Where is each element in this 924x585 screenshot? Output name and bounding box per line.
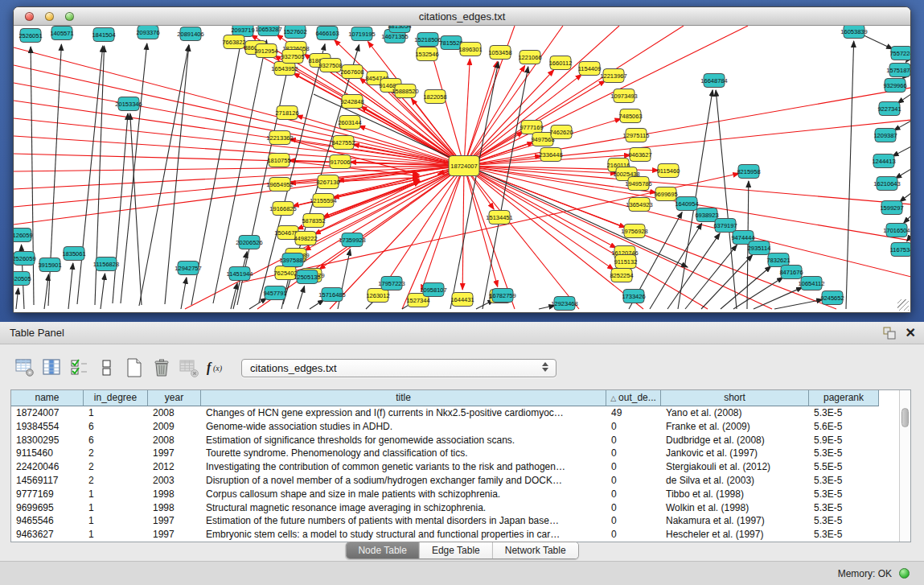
table-row[interactable]: 946554611997Estimation of the future num… <box>11 514 910 528</box>
graph-node[interactable]: 6466163 <box>315 27 339 40</box>
cell-title[interactable]: Estimation of the future numbers of pati… <box>201 514 606 528</box>
cell-short[interactable]: Yano et al. (2008) <box>661 406 809 420</box>
graph-node[interactable]: 12975115 <box>623 129 650 142</box>
cell-short[interactable]: Tibbo et al. (1998) <box>661 488 809 501</box>
show-hide-columns-icon[interactable] <box>39 355 66 381</box>
graph-node[interactable]: 1167534 <box>890 243 910 257</box>
cell-out_de[interactable]: 0 <box>606 474 661 488</box>
cell-pagerank[interactable]: 5.3E-5 <box>809 474 879 488</box>
graph-node[interactable]: 1810755 <box>267 154 290 167</box>
graph-node[interactable]: 13975887 <box>279 253 306 267</box>
column-header-pagerank[interactable]: pagerank <box>809 390 879 406</box>
graph-node[interactable]: 1644431 <box>450 293 474 307</box>
cell-in_degree[interactable]: 6 <box>84 434 148 447</box>
cell-in_degree[interactable]: 1 <box>84 528 148 542</box>
column-header-name[interactable]: name <box>11 390 84 406</box>
graph-node[interactable]: 8267130 <box>316 175 339 189</box>
graph-node[interactable]: 9115132 <box>614 255 638 269</box>
graph-node[interactable]: 7557224 <box>889 47 910 60</box>
cell-title[interactable]: Investigating the contribution of common… <box>201 460 606 474</box>
graph-node[interactable]: 2718126 <box>275 106 298 120</box>
cell-short[interactable]: Wolkin et al. (1998) <box>661 501 809 515</box>
cell-year[interactable]: 2009 <box>148 420 201 434</box>
graph-node[interactable]: 19654952 <box>266 178 293 192</box>
cell-name[interactable]: 18300295 <box>11 434 84 447</box>
graph-node[interactable]: 9699695 <box>654 187 677 201</box>
graph-node[interactable]: 12155594 <box>310 194 336 208</box>
cell-out_de[interactable]: 0 <box>606 501 661 515</box>
cell-pagerank[interactable]: 5.5E-5 <box>809 460 879 474</box>
column-header-title[interactable]: title <box>201 390 606 406</box>
tab-node-table[interactable]: Node Table <box>346 542 419 558</box>
cell-year[interactable]: 1997 <box>148 447 201 460</box>
graph-node[interactable]: 1244413 <box>872 154 895 168</box>
graph-node[interactable]: 9227341 <box>877 102 901 116</box>
graph-node[interactable]: 15888520 <box>392 84 418 98</box>
graph-node[interactable]: 16053839 <box>840 26 867 39</box>
cell-year[interactable]: 2012 <box>148 460 201 474</box>
graph-node[interactable]: 10719195 <box>348 27 375 41</box>
cell-pagerank[interactable]: 5.3E-5 <box>809 447 879 460</box>
graph-node[interactable]: 9327505 <box>281 50 304 64</box>
delete-table-icon[interactable] <box>175 355 203 381</box>
cell-out_de[interactable]: 0 <box>606 460 661 474</box>
cell-year[interactable]: 2008 <box>148 406 201 420</box>
graph-node[interactable]: 2526059 <box>14 252 36 266</box>
graph-node[interactable]: 11451944 <box>227 267 253 281</box>
graph-node[interactable]: 16782759 <box>489 289 515 303</box>
graph-node[interactable]: 10973493 <box>610 89 637 103</box>
table-row[interactable]: 911546021997Tourette syndrome. Phenomeno… <box>11 447 910 460</box>
graph-node[interactable]: 2667608 <box>340 65 363 79</box>
graph-node[interactable]: 1640954 <box>675 197 698 211</box>
table-row[interactable]: 946362711997Embryonic stem cells: a mode… <box>11 528 910 542</box>
cell-short[interactable]: de Silva et al. (2003) <box>661 474 809 488</box>
graph-node[interactable]: 8813054 <box>388 26 411 33</box>
graph-node[interactable]: 8427552 <box>331 136 355 150</box>
cell-name[interactable]: 9699695 <box>11 501 84 515</box>
cell-pagerank[interactable]: 5.9E-5 <box>809 434 879 447</box>
graph-node[interactable]: 7832621 <box>766 253 790 267</box>
graph-node[interactable]: 1221066 <box>518 51 541 64</box>
graph-node[interactable]: 9242848 <box>340 95 363 109</box>
graph-node[interactable]: 1733426 <box>622 290 645 303</box>
cell-short[interactable]: Dudbridge et al. (2008) <box>661 434 809 447</box>
close-panel-icon[interactable]: ✕ <box>906 325 916 341</box>
graph-node[interactable]: 12213967 <box>600 69 626 83</box>
cell-pagerank[interactable]: 5.6E-5 <box>809 420 879 434</box>
cell-out_de[interactable]: 0 <box>606 434 661 447</box>
graph-node[interactable]: 2126059 <box>14 229 33 242</box>
graph-node[interactable]: 8215958 <box>737 165 760 179</box>
graph-node[interactable]: 1660112 <box>549 56 573 70</box>
network-canvas[interactable]: 2526051140557118415042093376208914062093… <box>14 26 910 312</box>
graph-node[interactable]: 12923468 <box>551 297 577 311</box>
graph-node[interactable]: 10653287 <box>255 26 281 36</box>
cell-out_de[interactable]: 0 <box>606 420 661 434</box>
graph-node[interactable]: 1896301 <box>458 43 482 56</box>
float-panel-icon[interactable] <box>883 327 897 340</box>
table-row[interactable]: 1938455462009Genome-wide association stu… <box>11 420 910 434</box>
table-row[interactable]: 1872400712008Changes of HCN gene express… <box>11 406 910 420</box>
resize-grip[interactable] <box>897 299 909 311</box>
cell-in_degree[interactable]: 2 <box>84 460 148 474</box>
table-selector-dropdown[interactable]: citations_edges.txt <box>241 359 556 377</box>
cell-in_degree[interactable]: 1 <box>84 514 148 528</box>
graph-node[interactable]: 9463627 <box>628 148 651 162</box>
table-options-icon[interactable] <box>11 355 39 381</box>
graph-node[interactable]: 1532546 <box>415 47 438 61</box>
cell-in_degree[interactable]: 1 <box>84 501 148 515</box>
graph-node[interactable]: 8252254 <box>610 269 633 282</box>
cell-name[interactable]: 9777169 <box>11 488 84 501</box>
graph-node[interactable]: 19166825 <box>269 202 296 216</box>
graph-node[interactable]: 10654112 <box>799 277 825 290</box>
cell-short[interactable]: Stergiakouli et al. (2012) <box>661 460 809 474</box>
graph-node[interactable]: 7663822 <box>222 35 245 49</box>
graph-node[interactable]: 1405571 <box>50 27 73 40</box>
tab-edge-table[interactable]: Edge Table <box>419 542 492 558</box>
graph-node[interactable]: 1822058 <box>423 90 446 104</box>
graph-node[interactable]: 17016504 <box>883 224 910 237</box>
graph-node[interactable]: 2093376 <box>136 26 159 39</box>
graph-node[interactable]: 9457791 <box>263 286 286 300</box>
graph-node[interactable]: 6379197 <box>713 219 737 233</box>
close-button[interactable] <box>25 12 34 21</box>
cell-in_degree[interactable]: 1 <box>84 406 148 420</box>
